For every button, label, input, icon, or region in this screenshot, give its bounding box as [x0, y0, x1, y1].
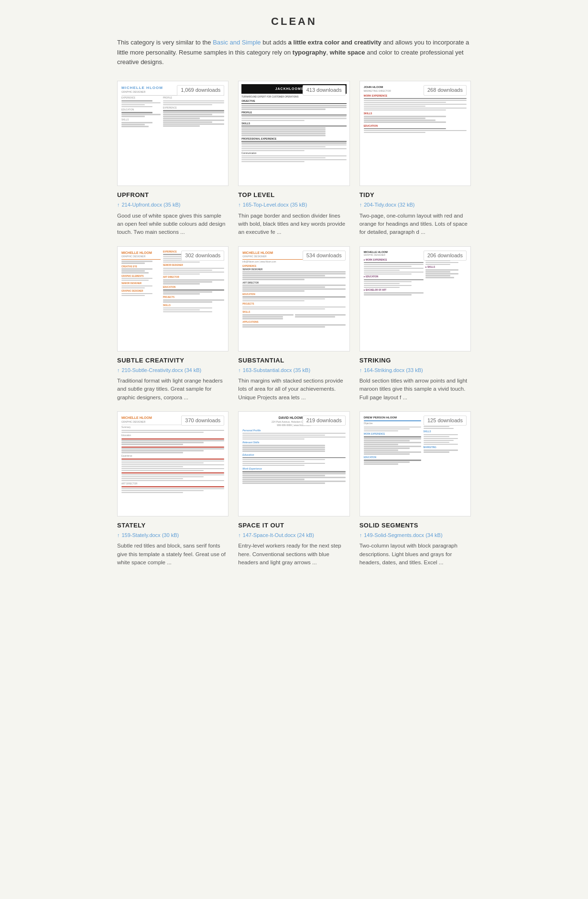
subtle-file-icon: ↑ — [117, 367, 120, 374]
toplevel-desc: Thin page border and section divider lin… — [238, 212, 349, 237]
striking-link-row: ↑ 164-Striking.docx (33 kB) — [359, 367, 471, 374]
subtle-title: SUBTLE CREATIVITY — [117, 356, 229, 365]
stately-downloads: 370 downloads — [181, 416, 224, 426]
space-downloads: 219 downloads — [303, 416, 346, 426]
card-subtle-creativity: 302 downloads MICHELLE HLOOM GRAPHIC DES… — [117, 246, 229, 402]
stately-link-row: ↑ 159-Stately.docx (30 kB) — [117, 532, 229, 539]
stately-file-link[interactable]: 159-Stately.docx (30 kB) — [122, 532, 179, 539]
card-solid-image[interactable]: 125 downloads DREW PERSON HLOOM Objectiv… — [359, 411, 471, 516]
stately-file-icon: ↑ — [117, 532, 120, 539]
tidy-downloads: 268 downloads — [424, 85, 467, 95]
solid-title: SOLID SEGMENTS — [359, 521, 471, 530]
card-space-image[interactable]: 219 downloads DAVID HLOOMRAD 224 Park Av… — [238, 411, 349, 516]
card-substantial-image[interactable]: 534 downloads MICHELLE HLOOM GRAPHIC DES… — [238, 246, 349, 351]
solid-link-row: ↑ 149-Solid-Segments.docx (34 kB) — [359, 532, 471, 539]
card-striking-image[interactable]: 206 downloads MICHELLE HLOOM GRAPHIC DES… — [359, 246, 471, 351]
upfront-downloads: 1,069 downloads — [177, 85, 224, 95]
card-tidy: 268 downloads JOHN HLOOM MARKETING DIREC… — [359, 81, 471, 236]
resume-grid: 1,069 downloads MICHELLE HLOOM GRAPHIC D… — [117, 81, 471, 567]
card-toplevel: 413 downloads JACKHLOOMSOME TURNAROUND E… — [238, 81, 349, 236]
page-container: CLEAN This category is very similar to t… — [98, 0, 490, 586]
subtle-link-row: ↑ 210-Subtle-Creativity.docx (34 kB) — [117, 367, 229, 374]
card-toplevel-image[interactable]: 413 downloads JACKHLOOMSOME TURNAROUND E… — [238, 81, 349, 186]
subtle-downloads: 302 downloads — [181, 251, 224, 261]
space-file-link[interactable]: 147-Space-It-Out.docx (24 kB) — [243, 532, 314, 539]
striking-title: STRIKING — [359, 356, 471, 365]
card-striking: 206 downloads MICHELLE HLOOM GRAPHIC DES… — [359, 246, 471, 402]
space-link-row: ↑ 147-Space-It-Out.docx (24 kB) — [238, 532, 349, 539]
tidy-file-link[interactable]: 204-Tidy.docx (32 kB) — [364, 201, 414, 208]
card-upfront-image[interactable]: 1,069 downloads MICHELLE HLOOM GRAPHIC D… — [117, 81, 229, 186]
substantial-downloads: 534 downloads — [303, 251, 346, 261]
page-title: CLEAN — [117, 14, 471, 29]
striking-file-icon: ↑ — [359, 367, 362, 374]
solid-file-icon: ↑ — [359, 532, 362, 539]
toplevel-file-link[interactable]: 165-Top-Level.docx (35 kB) — [243, 201, 307, 208]
toplevel-downloads: 413 downloads — [303, 85, 346, 95]
card-space-it-out: 219 downloads DAVID HLOOMRAD 224 Park Av… — [238, 411, 349, 567]
card-stately: 370 downloads MICHELLE HLOOM GRAPHIC DES… — [117, 411, 229, 567]
space-file-icon: ↑ — [238, 532, 241, 539]
solid-desc: Two-column layout with block paragraph d… — [359, 542, 471, 567]
basic-simple-link[interactable]: Basic and Simple — [213, 39, 261, 46]
subtle-file-link[interactable]: 210-Subtle-Creativity.docx (34 kB) — [122, 367, 202, 374]
substantial-file-link[interactable]: 163-Substantial.docx (35 kB) — [243, 367, 310, 374]
solid-downloads: 125 downloads — [424, 416, 467, 426]
toplevel-title: TOP LEVEL — [238, 191, 349, 199]
toplevel-file-icon: ↑ — [238, 201, 241, 208]
tidy-title: TIDY — [359, 191, 471, 199]
stately-desc: Subtle red titles and block, sans serif … — [117, 542, 229, 567]
substantial-title: SUBSTANTIAL — [238, 356, 349, 365]
striking-downloads: 206 downloads — [424, 251, 467, 261]
tidy-link-row: ↑ 204-Tidy.docx (32 kB) — [359, 201, 471, 208]
card-upfront: 1,069 downloads MICHELLE HLOOM GRAPHIC D… — [117, 81, 229, 236]
card-subtle-image[interactable]: 302 downloads MICHELLE HLOOM GRAPHIC DES… — [117, 246, 229, 351]
subtle-desc: Traditional format with light orange hea… — [117, 377, 229, 402]
tidy-desc: Two-page, one-column layout with red and… — [359, 212, 471, 237]
striking-file-link[interactable]: 164-Striking.docx (33 kB) — [364, 367, 423, 374]
toplevel-link-row: ↑ 165-Top-Level.docx (35 kB) — [238, 201, 349, 208]
space-title: SPACE IT OUT — [238, 521, 349, 530]
card-stately-image[interactable]: 370 downloads MICHELLE HLOOM GRAPHIC DES… — [117, 411, 229, 516]
substantial-desc: Thin margins with stacked sections provi… — [238, 377, 349, 402]
upfront-desc: Good use of white space gives this sampl… — [117, 212, 229, 237]
upfront-file-icon: ↑ — [117, 201, 120, 208]
solid-file-link[interactable]: 149-Solid-Segments.docx (34 kB) — [364, 532, 442, 539]
upfront-title: UPFRONT — [117, 191, 229, 199]
card-tidy-image[interactable]: 268 downloads JOHN HLOOM MARKETING DIREC… — [359, 81, 471, 186]
upfront-link-row: ↑ 214-Upfront.docx (35 kB) — [117, 201, 229, 208]
upfront-file-link[interactable]: 214-Upfront.docx (35 kB) — [122, 201, 181, 208]
space-desc: Entry-level workers ready for the next s… — [238, 542, 349, 567]
intro-text: This category is very similar to the Bas… — [117, 38, 471, 67]
tidy-file-icon: ↑ — [359, 201, 362, 208]
card-solid-segments: 125 downloads DREW PERSON HLOOM Objectiv… — [359, 411, 471, 567]
striking-desc: Bold section titles with arrow points an… — [359, 377, 471, 402]
substantial-file-icon: ↑ — [238, 367, 241, 374]
substantial-link-row: ↑ 163-Substantial.docx (35 kB) — [238, 367, 349, 374]
card-substantial: 534 downloads MICHELLE HLOOM GRAPHIC DES… — [238, 246, 349, 402]
stately-title: STATELY — [117, 521, 229, 530]
